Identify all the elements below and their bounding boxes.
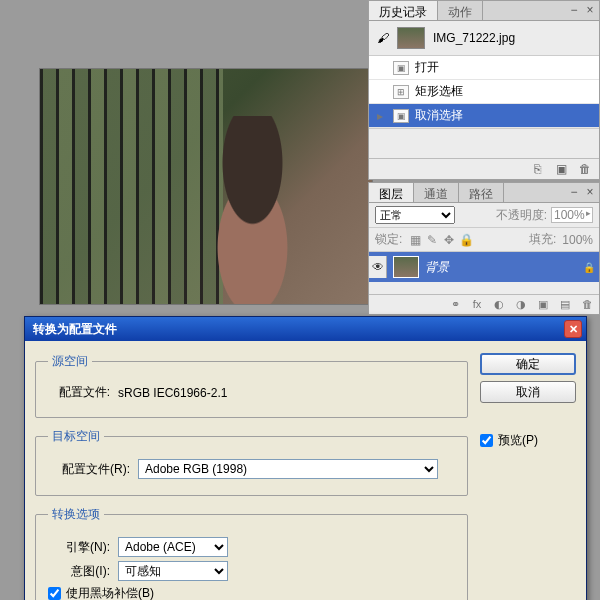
trash-icon[interactable]: 🗑 <box>579 298 595 311</box>
brush-icon: 🖌 <box>377 31 389 45</box>
lock-all-icon[interactable]: 🔒 <box>459 233 473 247</box>
intent-select[interactable]: 可感知 <box>118 561 228 581</box>
folder-icon[interactable]: ▣ <box>535 298 551 311</box>
minimize-icon[interactable]: − <box>567 185 581 199</box>
adjust-icon[interactable]: ◑ <box>513 298 529 311</box>
dialog-titlebar[interactable]: 转换为配置文件 ✕ <box>25 317 586 341</box>
opacity-label: 不透明度: <box>496 207 547 224</box>
dest-space-group: 目标空间 配置文件(R): Adobe RGB (1998) <box>35 428 468 496</box>
history-footer: ⎘ ▣ 🗑 <box>369 158 599 179</box>
layers-empty <box>369 282 599 294</box>
dest-profile-label: 配置文件(R): <box>48 461 130 478</box>
new-snapshot-icon[interactable]: ▣ <box>553 162 569 176</box>
engine-select[interactable]: Adobe (ACE) <box>118 537 228 557</box>
photo-subject <box>183 116 322 304</box>
tab-channels[interactable]: 通道 <box>414 183 459 202</box>
history-thumb <box>397 27 425 49</box>
close-panel-icon[interactable]: × <box>583 185 597 199</box>
canvas-window <box>39 68 373 305</box>
intent-label: 意图(I): <box>48 563 110 580</box>
trash-icon[interactable]: 🗑 <box>577 162 593 176</box>
tab-actions[interactable]: 动作 <box>438 1 483 20</box>
fill-label: 填充: <box>529 231 556 248</box>
ok-button[interactable]: 确定 <box>480 353 576 375</box>
history-source[interactable]: 🖌 IMG_71222.jpg <box>369 21 599 56</box>
close-panel-icon[interactable]: × <box>583 3 597 17</box>
history-item-label: 打开 <box>415 59 439 76</box>
open-icon: ▣ <box>393 61 409 75</box>
source-space-group: 源空间 配置文件: sRGB IEC61966-2.1 <box>35 353 468 418</box>
convert-profile-dialog: 转换为配置文件 ✕ 源空间 配置文件: sRGB IEC61966-2.1 目标… <box>24 316 587 600</box>
fill-value[interactable]: 100% <box>562 233 593 247</box>
marquee-icon: ⊞ <box>393 85 409 99</box>
dest-legend: 目标空间 <box>48 428 104 445</box>
history-list: ▣ 打开 ⊞ 矩形选框 ▸ ▣ 取消选择 <box>369 56 599 128</box>
history-panel: 历史记录 动作 − × 🖌 IMG_71222.jpg ▣ 打开 ⊞ 矩形选框 <box>368 0 600 180</box>
layer-thumb <box>393 256 419 278</box>
history-item-label: 取消选择 <box>415 107 463 124</box>
layer-name: 背景 <box>425 259 577 276</box>
layer-row-background[interactable]: 👁 背景 🔒 <box>369 252 599 282</box>
engine-label: 引擎(N): <box>48 539 110 556</box>
new-doc-icon[interactable]: ⎘ <box>529 162 545 176</box>
link-icon[interactable]: ⚭ <box>447 298 463 311</box>
history-empty <box>369 128 599 158</box>
history-filename: IMG_71222.jpg <box>433 31 515 45</box>
canvas-image <box>40 69 372 304</box>
lock-move-icon[interactable]: ✥ <box>442 233 456 247</box>
deselect-icon: ▣ <box>393 109 409 123</box>
source-profile-value: sRGB IEC61966-2.1 <box>118 386 227 400</box>
lock-paint-icon[interactable]: ✎ <box>425 233 439 247</box>
history-item-label: 矩形选框 <box>415 83 463 100</box>
history-item[interactable]: ▣ 打开 <box>369 56 599 80</box>
bpc-label: 使用黑场补偿(B) <box>66 585 154 600</box>
preview-checkbox[interactable] <box>480 434 493 447</box>
new-layer-icon[interactable]: ▤ <box>557 298 573 311</box>
history-item[interactable]: ⊞ 矩形选框 <box>369 80 599 104</box>
bpc-checkbox[interactable] <box>48 587 61 600</box>
preview-label: 预览(P) <box>498 432 538 449</box>
tab-layers[interactable]: 图层 <box>369 183 414 202</box>
visibility-icon[interactable]: 👁 <box>369 256 387 278</box>
source-profile-label: 配置文件: <box>48 384 110 401</box>
history-marker: ▸ <box>373 109 387 123</box>
blend-mode-select[interactable]: 正常 <box>375 206 455 224</box>
tab-paths[interactable]: 路径 <box>459 183 504 202</box>
cancel-button[interactable]: 取消 <box>480 381 576 403</box>
minimize-icon[interactable]: − <box>567 3 581 17</box>
close-icon[interactable]: ✕ <box>564 320 582 338</box>
opacity-value[interactable]: 100% <box>551 207 593 223</box>
layers-panel: 图层 通道 路径 − × 正常 不透明度: 100% 锁定: ▦ ✎ ✥ 🔒 填… <box>368 182 600 315</box>
tab-history[interactable]: 历史记录 <box>369 1 438 20</box>
source-legend: 源空间 <box>48 353 92 370</box>
fx-icon[interactable]: fx <box>469 298 485 311</box>
dialog-title: 转换为配置文件 <box>29 321 564 338</box>
lock-label: 锁定: <box>375 231 402 248</box>
lock-icon: 🔒 <box>583 262 595 273</box>
history-item-selected[interactable]: ▸ ▣ 取消选择 <box>369 104 599 128</box>
mask-icon[interactable]: ◐ <box>491 298 507 311</box>
dest-profile-select[interactable]: Adobe RGB (1998) <box>138 459 438 479</box>
lock-trans-icon[interactable]: ▦ <box>408 233 422 247</box>
convert-options-group: 转换选项 引擎(N): Adobe (ACE) 意图(I): 可感知 使用黑场补… <box>35 506 468 600</box>
opts-legend: 转换选项 <box>48 506 104 523</box>
